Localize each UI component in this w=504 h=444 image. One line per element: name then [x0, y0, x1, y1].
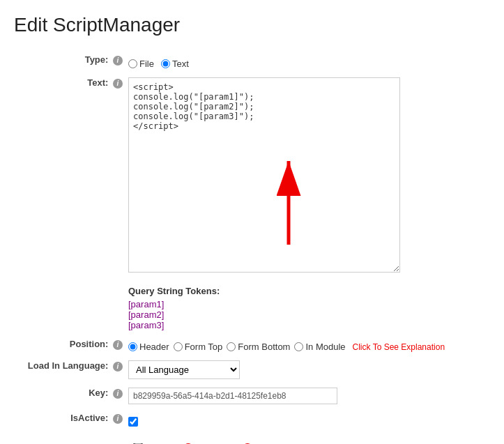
language-value-cell: All Language English French Spanish [125, 356, 483, 383]
type-text-radio[interactable] [161, 59, 170, 68]
language-select[interactable]: All Language English French Spanish [128, 360, 240, 379]
token-param1: [param1] [128, 299, 480, 309]
position-formbottom-text: Form Bottom [238, 342, 290, 352]
text-label: Text: [87, 77, 108, 88]
token-param2: [param2] [128, 309, 480, 320]
type-row: Type: i File Text [14, 50, 483, 73]
tokens-heading: Query String Tokens: [128, 286, 480, 296]
type-text-label[interactable]: Text [161, 59, 189, 69]
key-label: Key: [89, 388, 108, 398]
position-header-label[interactable]: Header [128, 342, 169, 352]
language-label-cell: Load In Language: i [14, 356, 125, 383]
type-file-text: File [139, 59, 154, 69]
isactive-value-cell [125, 408, 483, 433]
position-row: Position: i Header Form Top [14, 335, 483, 356]
tokens-label-cell [14, 279, 125, 335]
position-header-radio[interactable] [128, 342, 137, 351]
text-label-cell: Text: i [14, 73, 125, 279]
token-param3: [param3] [128, 320, 480, 330]
isactive-label-cell: IsActive: i [14, 408, 125, 433]
position-formtop-radio[interactable] [174, 342, 183, 351]
position-value-cell: Header Form Top Form Bottom In Modu [125, 335, 483, 356]
type-text-text: Text [172, 59, 189, 69]
save-button[interactable]: Save [128, 440, 171, 444]
isactive-label: IsActive: [70, 413, 108, 423]
cancel-button[interactable]: Cancel [178, 440, 231, 444]
type-radio-group: File Text [128, 54, 480, 69]
type-value-cell: File Text [125, 50, 483, 73]
text-info-icon[interactable]: i [113, 79, 123, 89]
page-container: Edit ScriptManager Type: i File [0, 0, 504, 444]
text-textarea[interactable]: <script> console.log("[param1]"); consol… [128, 77, 400, 273]
type-label: Type: [85, 54, 109, 65]
delete-button[interactable]: Delete [238, 440, 287, 444]
tokens-value-cell: Query String Tokens: [param1] [param2] [… [125, 279, 483, 335]
isactive-checkbox[interactable] [128, 417, 138, 427]
position-inmodule-text: In Module [305, 342, 345, 352]
position-formtop-text: Form Top [185, 342, 223, 352]
language-info-icon[interactable]: i [113, 362, 123, 372]
position-info-icon[interactable]: i [113, 340, 123, 350]
type-info-icon[interactable]: i [113, 56, 123, 66]
tokens-row: Query String Tokens: [param1] [param2] [… [14, 279, 483, 335]
key-input[interactable] [128, 388, 337, 404]
text-row: Text: i <script> console.log("[param1]")… [14, 73, 483, 279]
tokens-section: Query String Tokens: [param1] [param2] [… [128, 283, 480, 330]
form-table: Type: i File Text [14, 50, 483, 433]
text-value-cell: <script> console.log("[param1]"); consol… [125, 73, 483, 279]
position-formbottom-radio[interactable] [227, 342, 236, 351]
position-inmodule-label[interactable]: In Module [294, 342, 345, 352]
key-label-cell: Key: i [14, 383, 125, 408]
language-label: Load In Language: [28, 360, 109, 371]
isactive-row: IsActive: i [14, 408, 483, 433]
page-title: Edit ScriptManager [14, 14, 483, 36]
type-file-radio[interactable] [128, 59, 137, 68]
position-label: Position: [70, 339, 109, 349]
key-row: Key: i [14, 383, 483, 408]
type-label-cell: Type: i [14, 50, 125, 73]
position-inmodule-radio[interactable] [294, 342, 303, 351]
language-row: Load In Language: i All Language English… [14, 356, 483, 383]
position-label-cell: Position: i [14, 335, 125, 356]
position-formtop-label[interactable]: Form Top [174, 342, 223, 352]
position-radio-group: Header Form Top Form Bottom In Modu [128, 339, 480, 352]
type-file-label[interactable]: File [128, 59, 154, 69]
click-explanation-link[interactable]: Click To See Explanation [353, 342, 445, 352]
key-info-icon[interactable]: i [113, 389, 123, 399]
buttons-row: Save Cancel Delete [14, 440, 483, 444]
isactive-info-icon[interactable]: i [113, 414, 123, 424]
position-formbottom-label[interactable]: Form Bottom [227, 342, 290, 352]
position-header-text: Header [139, 342, 169, 352]
key-value-cell [125, 383, 483, 408]
